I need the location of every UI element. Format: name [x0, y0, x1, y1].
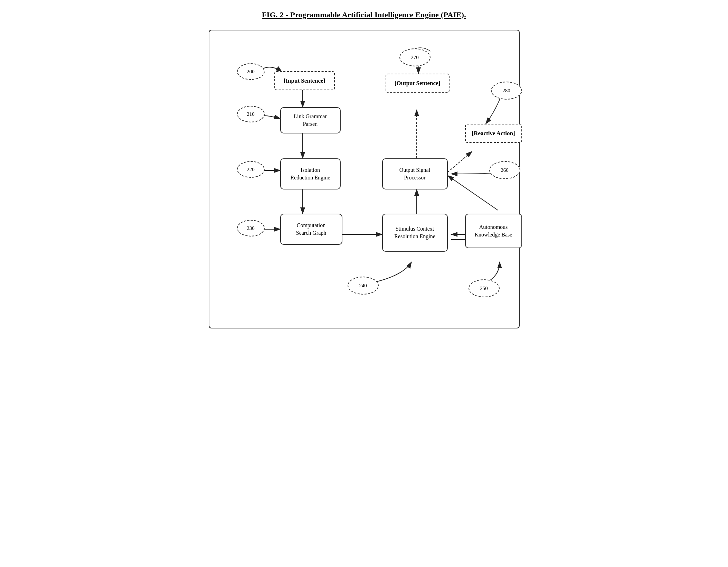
svg-line-11	[448, 176, 498, 210]
ref-210: 210	[237, 106, 265, 122]
page-container: FIG. 2 - Programmable Artificial Intelli…	[209, 10, 520, 328]
isolation-reduction-box: Isolation Reduction Engine	[280, 158, 341, 189]
ref-240: 240	[348, 277, 379, 295]
page-title: FIG. 2 - Programmable Artificial Intelli…	[262, 10, 466, 19]
input-sentence-box: [Input Sentence]	[274, 71, 335, 90]
ref-260: 260	[489, 161, 520, 179]
reactive-action-box: [Reactive Action]	[465, 124, 522, 143]
output-sentence-box: [Output Sentence]	[386, 74, 450, 93]
ref-270: 270	[399, 48, 431, 66]
ref-220: 220	[237, 161, 265, 178]
svg-line-8	[448, 151, 472, 172]
ref-200: 200	[237, 63, 265, 80]
diagram-outer: 200 210 220 230 240 250 26	[209, 30, 520, 328]
ref-230: 230	[237, 220, 265, 236]
ref-280: 280	[491, 82, 522, 100]
ref-250: 250	[469, 279, 500, 297]
arrows-svg	[223, 41, 505, 310]
stimulus-context-box: Stimulus Context Resolution Engine	[382, 214, 448, 252]
computation-search-box: Computation Search Graph	[280, 214, 342, 245]
autonomous-knowledge-box: Autonomous Knowledge Base	[465, 214, 522, 248]
link-grammar-box: Link Grammar Parser.	[280, 107, 341, 133]
output-signal-box: Output Signal Processor	[382, 158, 448, 189]
diagram-inner: 200 210 220 230 240 250 26	[223, 41, 505, 310]
